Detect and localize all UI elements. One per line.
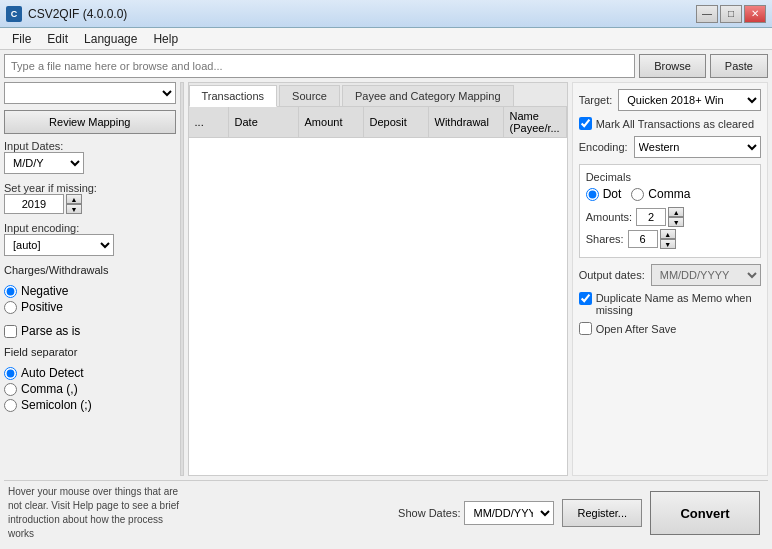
th-amount[interactable]: Amount bbox=[299, 107, 364, 137]
menu-edit[interactable]: Edit bbox=[39, 30, 76, 48]
shares-up-button[interactable]: ▲ bbox=[660, 229, 676, 239]
date-format-dropdown[interactable]: M/D/Y bbox=[4, 152, 84, 174]
output-dates-row: Output dates: MM/DD/YYYY bbox=[579, 264, 761, 286]
register-button[interactable]: Register... bbox=[562, 499, 642, 527]
left-panel: Review Mapping Input Dates: M/D/Y Set ye… bbox=[4, 82, 176, 476]
help-text: Hover your mouse over things that are no… bbox=[8, 485, 183, 541]
decimals-title: Decimals bbox=[586, 171, 754, 183]
comma-decimals-radio[interactable] bbox=[631, 188, 644, 201]
comma-decimals-radio-item[interactable]: Comma bbox=[631, 187, 690, 201]
shares-down-button[interactable]: ▼ bbox=[660, 239, 676, 249]
maximize-button[interactable]: □ bbox=[720, 5, 742, 23]
tab-transactions[interactable]: Transactions bbox=[189, 85, 278, 107]
decimals-section: Decimals Dot Comma Amounts: bbox=[579, 164, 761, 258]
dup-name-row[interactable]: Duplicate Name as Memo when missing bbox=[579, 292, 761, 316]
table-area: ... Date Amount Deposit Withdrawal bbox=[189, 107, 567, 475]
show-dates-label: Show Dates: bbox=[398, 507, 460, 519]
mark-all-checkbox[interactable] bbox=[579, 117, 592, 130]
comma-decimals-label: Comma bbox=[648, 187, 690, 201]
target-dropdown[interactable]: Quicken 2018+ Win bbox=[618, 89, 761, 111]
open-after-checkbox[interactable] bbox=[579, 322, 592, 335]
tab-payee-category[interactable]: Payee and Category Mapping bbox=[342, 85, 514, 106]
amounts-spinner-buttons: ▲ ▼ bbox=[668, 207, 684, 227]
browse-button[interactable]: Browse bbox=[639, 54, 706, 78]
show-dates-dropdown[interactable]: MM/DD/YYYY bbox=[464, 501, 554, 525]
negative-label: Negative bbox=[21, 284, 68, 298]
input-encoding-dropdown[interactable]: [auto] bbox=[4, 234, 114, 256]
th-withdrawal[interactable]: Withdrawal bbox=[429, 107, 504, 137]
semicolon-radio[interactable] bbox=[4, 399, 17, 412]
year-input[interactable] bbox=[4, 194, 64, 214]
comma-radio-item[interactable]: Comma (,) bbox=[4, 382, 176, 396]
menu-file[interactable]: File bbox=[4, 30, 39, 48]
paste-button[interactable]: Paste bbox=[710, 54, 768, 78]
resize-separator[interactable] bbox=[180, 82, 184, 476]
menu-language[interactable]: Language bbox=[76, 30, 145, 48]
main-container: Browse Paste Review Mapping Input Dates:… bbox=[0, 50, 772, 549]
convert-button[interactable]: Convert bbox=[650, 491, 760, 535]
shares-row: Shares: ▲ ▼ bbox=[586, 229, 754, 249]
amounts-spinner: ▲ ▼ bbox=[636, 207, 684, 227]
target-label: Target: bbox=[579, 94, 613, 106]
input-encoding-label: Input encoding: bbox=[4, 222, 176, 234]
amounts-up-button[interactable]: ▲ bbox=[668, 207, 684, 217]
positive-radio-item[interactable]: Positive bbox=[4, 300, 176, 314]
center-panel: Transactions Source Payee and Category M… bbox=[188, 82, 568, 476]
show-dates-section: Show Dates: MM/DD/YYYY bbox=[398, 501, 554, 525]
shares-input[interactable] bbox=[628, 230, 658, 248]
output-dates-label: Output dates: bbox=[579, 269, 645, 281]
close-button[interactable]: ✕ bbox=[744, 5, 766, 23]
top-bar: Browse Paste bbox=[4, 54, 768, 78]
amounts-input[interactable] bbox=[636, 208, 666, 226]
shares-spinner-buttons: ▲ ▼ bbox=[660, 229, 676, 249]
auto-detect-radio[interactable] bbox=[4, 367, 17, 380]
semicolon-radio-item[interactable]: Semicolon (;) bbox=[4, 398, 176, 412]
target-row: Target: Quicken 2018+ Win bbox=[579, 89, 761, 111]
th-date[interactable]: Date bbox=[229, 107, 299, 137]
th-deposit[interactable]: Deposit bbox=[364, 107, 429, 137]
semicolon-label: Semicolon (;) bbox=[21, 398, 92, 412]
amounts-down-button[interactable]: ▼ bbox=[668, 217, 684, 227]
auto-detect-radio-item[interactable]: Auto Detect bbox=[4, 366, 176, 380]
window-title: CSV2QIF (4.0.0.0) bbox=[28, 7, 127, 21]
file-dropdown[interactable] bbox=[4, 82, 176, 104]
dropdown-row bbox=[4, 82, 176, 104]
shares-label: Shares: bbox=[586, 233, 624, 245]
th-select[interactable]: ... bbox=[189, 107, 229, 137]
minimize-button[interactable]: — bbox=[696, 5, 718, 23]
bottom-area: Hover your mouse over things that are no… bbox=[4, 480, 768, 545]
parse-as-is-item[interactable]: Parse as is bbox=[4, 324, 176, 338]
mark-all-row[interactable]: Mark All Transactions as cleared bbox=[579, 117, 761, 130]
dot-label: Dot bbox=[603, 187, 622, 201]
menu-bar: File Edit Language Help bbox=[0, 28, 772, 50]
parse-as-is-checkbox[interactable] bbox=[4, 325, 17, 338]
dot-radio[interactable] bbox=[586, 188, 599, 201]
year-down-button[interactable]: ▼ bbox=[66, 204, 82, 214]
file-input[interactable] bbox=[4, 54, 635, 78]
year-up-button[interactable]: ▲ bbox=[66, 194, 82, 204]
comma-radio[interactable] bbox=[4, 383, 17, 396]
review-mapping-button[interactable]: Review Mapping bbox=[4, 110, 176, 134]
output-dates-dropdown[interactable]: MM/DD/YYYY bbox=[651, 264, 761, 286]
open-after-label: Open After Save bbox=[596, 323, 677, 335]
negative-radio[interactable] bbox=[4, 285, 17, 298]
input-dates-label: Input Dates: bbox=[4, 140, 176, 152]
positive-radio[interactable] bbox=[4, 301, 17, 314]
menu-help[interactable]: Help bbox=[145, 30, 186, 48]
dup-name-label: Duplicate Name as Memo when missing bbox=[596, 292, 761, 316]
bottom-center: Show Dates: MM/DD/YYYY Register... Conve… bbox=[191, 491, 764, 535]
window-controls: — □ ✕ bbox=[696, 5, 766, 23]
table-sort-header: ... Date Amount Deposit Withdrawal bbox=[189, 107, 567, 138]
positive-label: Positive bbox=[21, 300, 63, 314]
title-bar: C CSV2QIF (4.0.0.0) — □ ✕ bbox=[0, 0, 772, 28]
negative-radio-item[interactable]: Negative bbox=[4, 284, 176, 298]
field-sep-radio-group: Auto Detect Comma (,) Semicolon (;) bbox=[4, 366, 176, 414]
open-after-row[interactable]: Open After Save bbox=[579, 322, 761, 335]
dot-radio-item[interactable]: Dot bbox=[586, 187, 622, 201]
right-encoding-dropdown[interactable]: Western bbox=[634, 136, 761, 158]
table-body bbox=[189, 138, 567, 438]
input-dates-section: Input Dates: M/D/Y bbox=[4, 140, 176, 174]
tab-source[interactable]: Source bbox=[279, 85, 340, 106]
dup-name-checkbox[interactable] bbox=[579, 292, 592, 305]
th-name[interactable]: Name (Payee/r... bbox=[504, 107, 567, 137]
